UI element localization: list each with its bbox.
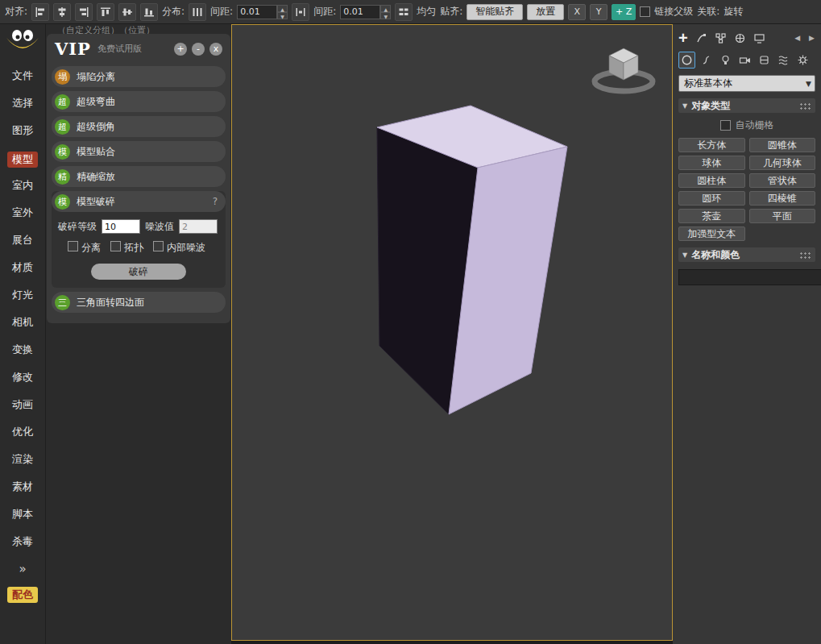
spacing1-input[interactable]: [237, 5, 277, 19]
sidebar-item-interior[interactable]: 室内: [12, 179, 33, 192]
sidebar-item-exterior[interactable]: 室外: [12, 206, 33, 219]
sidebar-item-model-active[interactable]: 模型: [7, 152, 38, 168]
top-toolbar: 对齐: 分布: 间距: ▲▼ 间距: ▲▼ 均匀 贴齐: 智能贴齐 放置 X Y…: [0, 0, 821, 24]
primitive-torus-button[interactable]: 圆环: [678, 191, 745, 206]
tool-super-bend[interactable]: 超 超级弯曲: [52, 91, 226, 112]
place-button[interactable]: 放置: [527, 4, 564, 20]
sidebar-item-colorscheme[interactable]: 配色: [7, 587, 38, 603]
motion-tab-icon[interactable]: [734, 32, 746, 44]
app-logo-icon: [5, 29, 40, 58]
name-color-rollout[interactable]: ▼ 名称和颜色: [678, 247, 815, 262]
spacing2-input[interactable]: [340, 5, 380, 19]
align-middle-icon[interactable]: [118, 3, 136, 21]
tool-badge-icon: 三: [55, 295, 70, 310]
link-parent-checkbox[interactable]: [640, 6, 650, 17]
cameras-category-icon[interactable]: [736, 52, 753, 69]
topology-checkbox[interactable]: [110, 241, 121, 251]
object-type-rollout[interactable]: ▼ 对象类型: [678, 98, 815, 113]
primitive-geosphere-button[interactable]: 几何球体: [749, 156, 816, 170]
align-right-icon[interactable]: [75, 3, 93, 21]
panel-scroll-right-icon[interactable]: ▶: [808, 34, 815, 42]
spacing1-label: 间距:: [210, 5, 233, 19]
create-category-row: [678, 50, 815, 69]
primitive-textplus-button[interactable]: 加强型文本: [678, 226, 745, 241]
spacing2-label: 间距:: [313, 5, 336, 19]
sidebar-item-file[interactable]: 文件: [12, 69, 33, 82]
primitive-sphere-button[interactable]: 球体: [678, 156, 745, 170]
spacewarps-category-icon[interactable]: [775, 52, 792, 69]
sidebar-item-booth[interactable]: 展台: [12, 234, 33, 247]
fracture-level-input[interactable]: [102, 219, 140, 234]
panel-close-button[interactable]: x: [209, 43, 222, 56]
tool-collapse-separate[interactable]: 塌 塌陷分离: [52, 66, 226, 87]
viewport[interactable]: [231, 24, 673, 641]
sidebar-item-select[interactable]: 选择: [12, 97, 33, 110]
topology-label: 拓扑: [124, 242, 143, 253]
helpers-category-icon[interactable]: [756, 52, 773, 69]
viewport-canvas[interactable]: [232, 25, 672, 640]
distribute-h-icon[interactable]: [189, 3, 206, 21]
shapes-category-icon[interactable]: [698, 52, 715, 69]
sidebar-item-light[interactable]: 灯光: [12, 289, 33, 301]
tool-super-chamfer[interactable]: 超 超级倒角: [52, 116, 226, 137]
primitive-pyramid-button[interactable]: 四棱锥: [749, 191, 816, 206]
hierarchy-tab-icon[interactable]: [715, 32, 727, 44]
autogrid-row: 自动栅格: [678, 118, 815, 132]
spacing-gap-icon[interactable]: [292, 3, 309, 21]
axis-y-button[interactable]: Y: [590, 4, 607, 20]
sidebar-item-render[interactable]: 渲染: [12, 453, 33, 466]
autogrid-checkbox[interactable]: [720, 120, 731, 131]
sidebar-item-material[interactable]: 材质: [12, 261, 33, 274]
sidebar-item-transform[interactable]: 变换: [12, 343, 33, 356]
sidebar-more-chevron-icon[interactable]: »: [19, 563, 26, 575]
tool-model-conform[interactable]: 模 模型贴合: [52, 141, 226, 162]
sidebar-item-animation[interactable]: 动画: [12, 398, 33, 411]
inner-noise-checkbox[interactable]: [153, 241, 164, 251]
spacing2-down-icon[interactable]: ▼: [380, 12, 391, 19]
systems-category-icon[interactable]: [794, 52, 811, 69]
uniform-icon[interactable]: [395, 3, 413, 21]
sidebar-item-antivirus[interactable]: 杀毒: [12, 535, 33, 548]
panel-minimize-button[interactable]: -: [192, 43, 205, 56]
align-bottom-icon[interactable]: [140, 3, 158, 21]
tool-model-fracture[interactable]: 模 模型破碎 ?: [52, 191, 226, 212]
sidebar-item-optimize[interactable]: 优化: [12, 426, 33, 438]
separate-checkbox[interactable]: [68, 241, 78, 251]
spacing1-down-icon[interactable]: ▼: [277, 12, 288, 19]
primitive-teapot-button[interactable]: 茶壶: [678, 209, 745, 223]
sidebar-item-assets[interactable]: 素材: [12, 480, 33, 493]
create-tab-icon[interactable]: +: [678, 30, 688, 46]
primitive-plane-button[interactable]: 平面: [749, 209, 816, 223]
display-tab-icon[interactable]: [753, 32, 765, 44]
sidebar-item-camera[interactable]: 相机: [12, 316, 33, 329]
fracture-apply-button[interactable]: 破碎: [91, 264, 186, 280]
spacing2-up-icon[interactable]: ▲: [380, 5, 391, 12]
primitive-cylinder-button[interactable]: 圆柱体: [678, 173, 745, 188]
fracture-help-icon[interactable]: ?: [213, 196, 218, 207]
modify-tab-icon[interactable]: [695, 32, 707, 44]
primitive-box-button[interactable]: 长方体: [678, 138, 745, 152]
tool-precise-scale[interactable]: 精 精确缩放: [52, 166, 226, 187]
viewcube-gizmo[interactable]: [595, 48, 653, 91]
primitive-tube-button[interactable]: 管状体: [749, 173, 816, 188]
axis-x-button[interactable]: X: [568, 4, 586, 20]
primitive-cone-button[interactable]: 圆锥体: [749, 138, 816, 152]
panel-pin-button[interactable]: +: [174, 43, 187, 56]
sidebar-item-shape[interactable]: 图形: [12, 124, 33, 137]
rollout-arrow-icon: ▼: [682, 251, 687, 259]
lights-category-icon[interactable]: [717, 52, 734, 69]
smart-snap-button[interactable]: 智能贴齐: [466, 4, 523, 20]
sidebar-item-modify[interactable]: 修改: [12, 371, 33, 384]
spacing1-up-icon[interactable]: ▲: [277, 5, 288, 12]
sidebar-item-script[interactable]: 脚本: [12, 508, 33, 521]
align-left-icon[interactable]: [31, 3, 49, 21]
align-center-h-icon[interactable]: [53, 3, 71, 21]
axis-z-button[interactable]: + Z: [612, 4, 636, 20]
primitive-category-dropdown[interactable]: 标准基本体 ▼: [678, 75, 815, 92]
geometry-category-icon[interactable]: [678, 52, 695, 69]
object-name-input[interactable]: [678, 269, 821, 285]
noise-value-input[interactable]: [179, 219, 218, 234]
tool-tri-to-quad[interactable]: 三 三角面转四边面: [52, 292, 226, 313]
align-top-icon[interactable]: [97, 3, 114, 21]
panel-scroll-left-icon[interactable]: ◀: [794, 34, 801, 42]
